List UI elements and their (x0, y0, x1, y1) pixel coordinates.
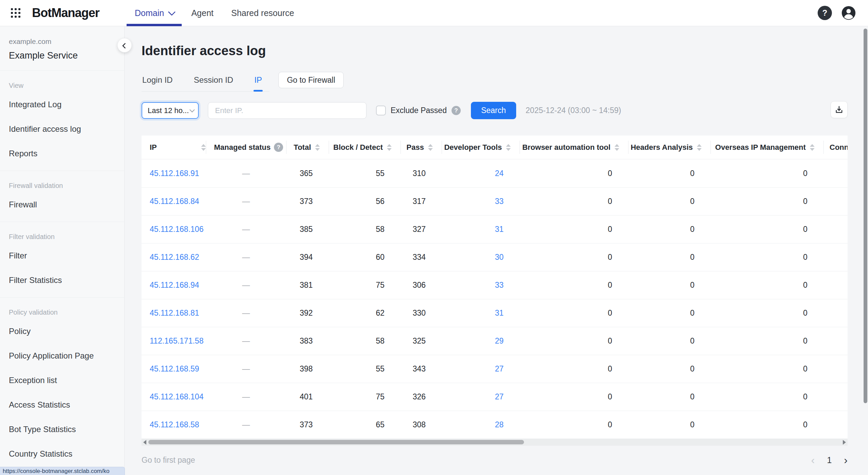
cell-pass: 334 (400, 243, 442, 271)
cell-devtools[interactable]: 27 (442, 355, 520, 383)
nav-item-label: Domain (135, 8, 164, 18)
ip-link[interactable]: 45.112.168.62 (142, 243, 206, 271)
cell-devtools[interactable]: 31 (442, 299, 520, 327)
ip-link[interactable]: 45.112.168.59 (142, 355, 206, 383)
apps-grid-icon[interactable] (11, 8, 20, 18)
sidebar-item-policy[interactable]: Policy (0, 319, 124, 344)
sort-arrows-icon[interactable] (315, 144, 320, 151)
cell-devtools[interactable]: 24 (442, 159, 520, 187)
go-to-firewall-button[interactable]: Go to Firewall (278, 72, 344, 88)
exclude-passed-help-icon[interactable]: ? (452, 106, 461, 115)
cell-headers: 0 (628, 271, 710, 299)
sidebar-item-access-statistics[interactable]: Access Statistics (0, 393, 124, 417)
column-header-overseas-ip-management[interactable]: Overseas IP Management (710, 136, 823, 159)
scroll-left-arrow[interactable] (143, 440, 146, 445)
cell-total: 365 (286, 159, 329, 187)
cell-connection (823, 411, 848, 439)
account-avatar-icon[interactable] (841, 5, 856, 21)
cell-devtools[interactable]: 33 (442, 188, 520, 215)
cell-devtools[interactable]: 30 (442, 243, 520, 271)
help-icon[interactable]: ? (818, 6, 832, 20)
cell-headers: 0 (628, 355, 710, 383)
cell-devtools[interactable]: 29 (442, 327, 520, 355)
search-button[interactable]: Search (471, 102, 516, 119)
sidebar-item-identifier-access-log[interactable]: Identifier access log (0, 117, 124, 141)
exclude-passed-checkbox[interactable] (376, 106, 386, 115)
sort-arrows-icon[interactable] (810, 144, 815, 151)
tab-ip[interactable]: IP (253, 72, 263, 92)
sidebar-item-policy-application-page[interactable]: Policy Application Page (0, 344, 124, 368)
next-page-button[interactable]: › (844, 455, 848, 465)
tab-session-id[interactable]: Session ID (193, 72, 234, 92)
sidebar-item-integrated-log[interactable]: Integrated Log (0, 92, 124, 117)
cell-total: 398 (286, 355, 329, 383)
managed-status-help-icon[interactable]: ? (274, 143, 283, 152)
ip-link[interactable]: 45.112.168.106 (142, 216, 206, 243)
ip-search-input[interactable] (208, 102, 366, 119)
page-root: { "topbar": { "logo": "BotManager", "nav… (0, 0, 868, 475)
cell-overseas: 0 (710, 355, 823, 383)
previous-page-button[interactable]: ‹ (811, 455, 815, 465)
cell-browser_automation: 0 (520, 383, 628, 411)
cell-headers: 0 (628, 383, 710, 411)
ip-link[interactable]: 45.112.168.94 (142, 271, 206, 299)
ip-link[interactable]: 45.112.168.81 (142, 299, 206, 327)
sort-arrows-icon[interactable] (428, 144, 433, 151)
sidebar-item-bot-type-statistics[interactable]: Bot Type Statistics (0, 417, 124, 442)
sidebar-item-filter[interactable]: Filter (0, 243, 124, 268)
ip-link[interactable]: 45.112.168.104 (142, 383, 206, 411)
column-header-developer-tools[interactable]: Developer Tools (442, 136, 520, 159)
column-header-browser-automation-tool[interactable]: Browser automation tool (520, 136, 628, 159)
table-row: 112.165.171.58—3835832529000 (142, 327, 848, 355)
sidebar-service-name[interactable]: Example Service (9, 50, 115, 61)
tab-login-id[interactable]: Login ID (142, 72, 173, 92)
go-to-first-page-button[interactable]: Go to first page (142, 456, 195, 465)
ip-link[interactable]: 45.112.168.58 (142, 411, 206, 439)
sidebar-collapse-button[interactable] (117, 38, 132, 52)
cell-overseas: 0 (710, 271, 823, 299)
cell-pass: 330 (400, 299, 442, 327)
cell-overseas: 0 (710, 216, 823, 243)
period-select[interactable]: Last 12 ho... (142, 102, 199, 119)
sidebar-item-firewall[interactable]: Firewall (0, 192, 124, 217)
column-header-block-detect[interactable]: Block / Detect (329, 136, 400, 159)
sort-arrows-icon[interactable] (697, 144, 702, 151)
column-header-total[interactable]: Total (286, 136, 329, 159)
download-button[interactable] (831, 101, 848, 118)
sidebar-item-country-statistics[interactable]: Country Statistics (0, 442, 124, 466)
column-header-pass[interactable]: Pass (400, 136, 442, 159)
sort-arrows-icon[interactable] (201, 144, 206, 151)
cell-devtools[interactable]: 27 (442, 383, 520, 411)
nav-item-domain[interactable]: Domain (126, 0, 182, 26)
sidebar-item-exception-list[interactable]: Exception list (0, 368, 124, 393)
sort-arrows-icon[interactable] (506, 144, 511, 151)
sort-arrows-icon[interactable] (387, 144, 392, 151)
column-header-headers-analysis[interactable]: Headers Analysis (628, 136, 710, 159)
cell-devtools[interactable]: 31 (442, 216, 520, 243)
current-page-number[interactable]: 1 (827, 455, 832, 465)
ip-link[interactable]: 45.112.168.91 (142, 159, 206, 187)
sidebar-item-filter-statistics[interactable]: Filter Statistics (0, 268, 124, 292)
table-row: 45.112.168.106—3855832731000 (142, 215, 848, 243)
ip-link[interactable]: 112.165.171.58 (142, 327, 206, 355)
cell-connection (823, 271, 848, 299)
sidebar-item-reports[interactable]: Reports (0, 141, 124, 166)
sort-arrows-icon[interactable] (615, 144, 619, 151)
nav-item-shared-resource[interactable]: Shared resource (223, 0, 303, 26)
nav-item-agent[interactable]: Agent (182, 0, 222, 26)
cell-pass: 317 (400, 188, 442, 215)
cell-total: 392 (286, 299, 329, 327)
table-body: 45.112.168.91—365553102400045.112.168.84… (142, 159, 848, 439)
column-header-ip[interactable]: IP (142, 136, 206, 159)
chevron-left-icon (122, 43, 128, 49)
sort-desc-icon (615, 148, 619, 151)
cell-devtools[interactable]: 33 (442, 271, 520, 299)
ip-link[interactable]: 45.112.168.84 (142, 188, 206, 215)
cell-overseas: 0 (710, 327, 823, 355)
vertical-scrollbar-thumb[interactable] (864, 29, 867, 403)
cell-total: 373 (286, 188, 329, 215)
scroll-right-arrow[interactable] (843, 440, 846, 445)
cell-block: 62 (329, 299, 400, 327)
cell-devtools[interactable]: 28 (442, 411, 520, 439)
horizontal-scrollbar-thumb[interactable] (148, 440, 524, 444)
